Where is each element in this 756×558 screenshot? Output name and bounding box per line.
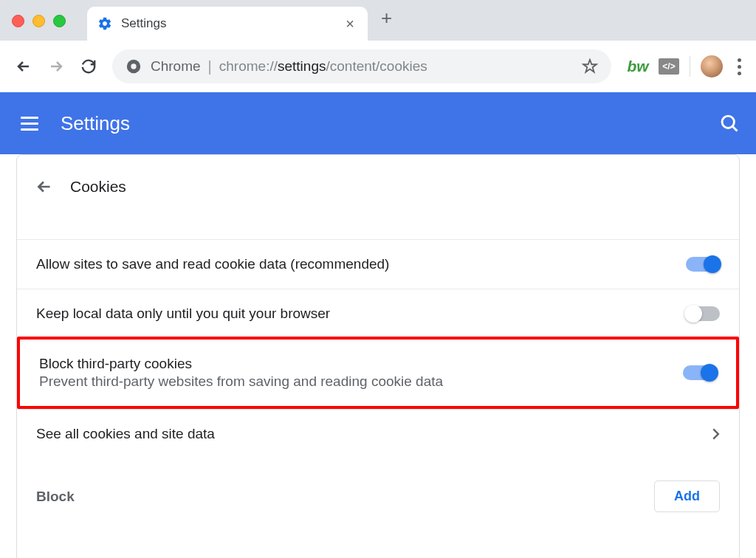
search-icon[interactable]: [719, 113, 740, 134]
settings-card: Cookies Allow sites to save and read coo…: [16, 154, 740, 558]
browser-menu-button[interactable]: [733, 58, 746, 75]
setting-allow-cookies: Allow sites to save and read cookie data…: [17, 239, 739, 289]
bookmark-star-icon[interactable]: [582, 58, 598, 75]
app-title: Settings: [61, 112, 719, 135]
setting-label: Block third-party cookies: [39, 356, 683, 372]
add-button[interactable]: Add: [654, 480, 720, 512]
toggle-keep-local[interactable]: [686, 306, 720, 321]
chrome-icon: [126, 58, 142, 75]
profile-avatar[interactable]: [701, 55, 723, 78]
setting-block-third-party: Block third-party cookies Prevent third-…: [17, 337, 739, 409]
tab-strip: Settings × +: [0, 0, 756, 41]
omnibox-url: chrome://settings/content/cookies: [219, 58, 427, 75]
menu-button[interactable]: [16, 112, 43, 135]
setting-keep-local: Keep local data only until you quit your…: [17, 289, 739, 338]
back-arrow-icon[interactable]: [35, 177, 54, 196]
browser-tab[interactable]: Settings ×: [87, 7, 368, 41]
setting-label: Keep local data only until you quit your…: [36, 306, 686, 322]
window-controls: [12, 15, 66, 27]
block-section: Block Add: [17, 458, 739, 520]
toggle-allow-cookies[interactable]: [686, 257, 720, 272]
forward-button[interactable]: [43, 53, 69, 80]
chevron-right-icon: [712, 428, 720, 440]
setting-see-all-cookies[interactable]: See all cookies and site data: [17, 409, 739, 458]
section-title: Cookies: [70, 178, 126, 196]
omnibox-prefix: Chrome: [151, 58, 201, 75]
tab-title: Settings: [121, 16, 343, 31]
svg-point-1: [131, 63, 136, 69]
card-header: Cookies: [17, 155, 739, 218]
toggle-block-third-party[interactable]: [683, 365, 717, 380]
extension-bw-icon[interactable]: bw: [628, 56, 648, 77]
gear-icon: [97, 16, 112, 31]
toolbar-separator: [690, 56, 690, 77]
app-header: Settings: [0, 92, 756, 154]
toolbar-right: bw </>: [628, 55, 746, 78]
browser-toolbar: Chrome | chrome://settings/content/cooki…: [0, 41, 756, 92]
omnibox-separator: |: [208, 58, 212, 75]
setting-description: Prevent third-party websites from saving…: [39, 373, 683, 390]
svg-point-2: [722, 116, 734, 128]
close-tab-icon[interactable]: ×: [343, 16, 357, 32]
block-section-label: Block: [36, 489, 654, 505]
setting-label: Allow sites to save and read cookie data…: [36, 256, 686, 272]
new-tab-button[interactable]: +: [381, 7, 392, 30]
address-bar[interactable]: Chrome | chrome://settings/content/cooki…: [112, 49, 611, 83]
reload-button[interactable]: [75, 53, 102, 80]
setting-label: See all cookies and site data: [36, 426, 712, 442]
browser-chrome: Settings × + Chrome | chrome://settings/…: [0, 0, 756, 92]
close-window-button[interactable]: [12, 15, 24, 27]
maximize-window-button[interactable]: [53, 15, 66, 27]
back-button[interactable]: [10, 53, 37, 80]
minimize-window-button[interactable]: [32, 15, 45, 27]
content-area: Cookies Allow sites to save and read coo…: [0, 154, 756, 558]
extension-devtools-icon[interactable]: </>: [659, 58, 679, 75]
